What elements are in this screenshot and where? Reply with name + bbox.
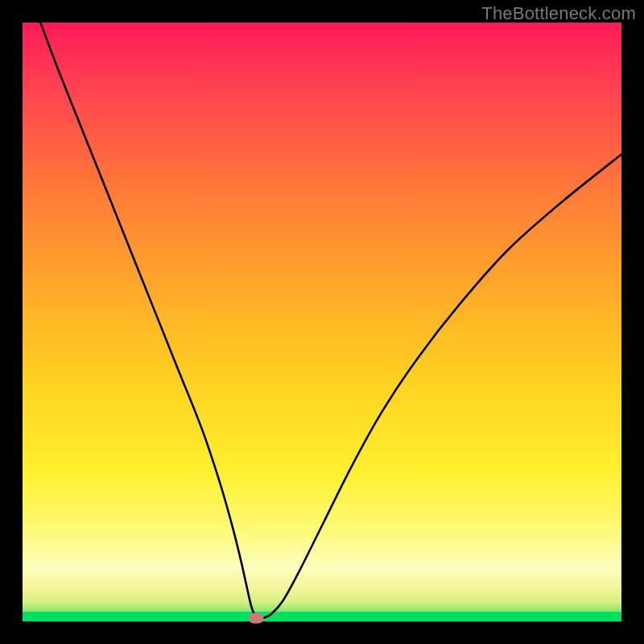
bottleneck-curve: [23, 23, 621, 621]
plot-area: [23, 23, 621, 621]
chart-frame: TheBottleneck.com: [0, 0, 644, 644]
optimal-marker: [249, 613, 264, 623]
watermark-text: TheBottleneck.com: [481, 3, 636, 24]
